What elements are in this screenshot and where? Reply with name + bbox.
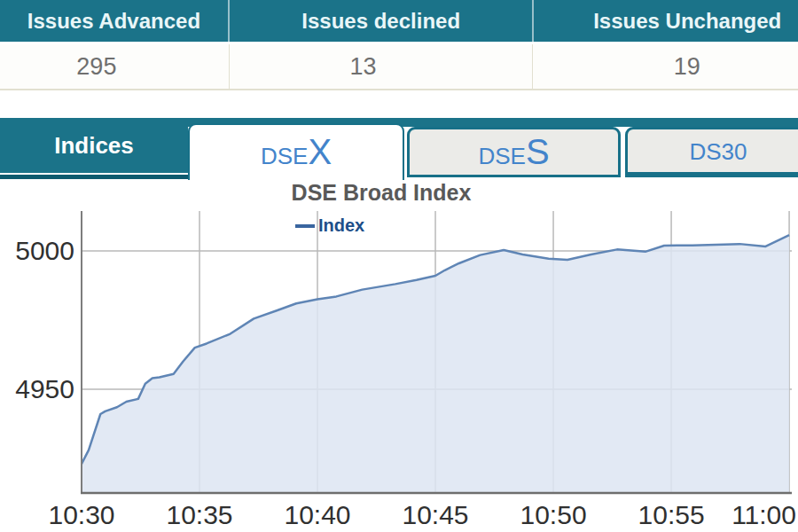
- x-tick-label: 10:35: [166, 500, 232, 529]
- header-issues-unchanged: Issues Unchanged: [532, 0, 798, 42]
- indices-tabbar: Indices DSEX DSES DS30: [0, 118, 798, 180]
- tab-ds30-label: DS30: [689, 138, 747, 165]
- indices-section-label: Indices: [0, 118, 188, 173]
- header-issues-advanced: Issues Advanced: [0, 0, 228, 42]
- tab-dsex[interactable]: DSEX: [188, 123, 404, 180]
- value-issues-advanced: 295: [0, 44, 229, 89]
- tab-ds30[interactable]: DS30: [625, 127, 798, 177]
- tab-dses-label-prefix: DSE: [478, 143, 525, 169]
- x-tick-label: 10:45: [402, 500, 468, 529]
- tab-dses[interactable]: DSES: [407, 127, 621, 177]
- x-tick-label: 10:30: [48, 500, 114, 529]
- issues-table-header-row: Issues Advanced Issues declined Issues U…: [0, 0, 798, 44]
- value-issues-declined: 13: [229, 44, 533, 89]
- tab-dsex-label-suffix: X: [308, 132, 332, 171]
- x-tick-label: 10:55: [638, 500, 705, 529]
- tab-dsex-label-prefix: DSE: [261, 143, 308, 169]
- y-tick-label: 5000: [15, 236, 74, 265]
- chart-plot-area: 10:3010:3510:4010:4510:5010:5511:0050004…: [0, 179, 798, 532]
- issues-summary-table: Issues Advanced Issues declined Issues U…: [0, 0, 798, 90]
- header-issues-declined: Issues declined: [228, 0, 533, 42]
- dse-market-panel: Issues Advanced Issues declined Issues U…: [0, 0, 798, 532]
- tab-dses-label-suffix: S: [526, 132, 550, 171]
- x-tick-label: 10:40: [284, 500, 350, 529]
- dse-broad-index-chart: DSE Broad Index Index 10:3010:3510:4010:…: [0, 179, 798, 532]
- x-tick-label: 11:00: [732, 500, 796, 529]
- x-tick-label: 10:50: [520, 500, 587, 529]
- issues-table-value-row: 295 13 19: [0, 44, 798, 90]
- value-issues-unchanged: 19: [532, 44, 798, 89]
- y-tick-label: 4950: [15, 374, 74, 403]
